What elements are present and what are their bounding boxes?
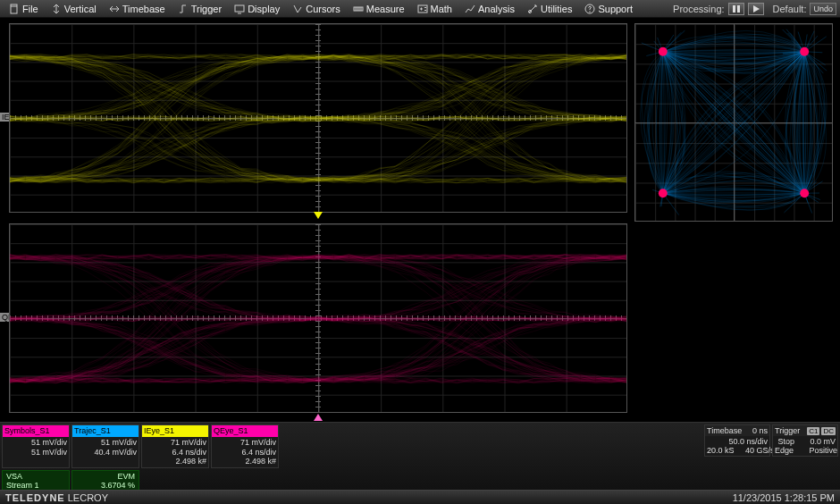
- svg-point-11: [659, 47, 668, 56]
- channel-panel-1[interactable]: Trajec_S151 mV/div40.4 mV/div: [71, 424, 139, 468]
- menu-timebase[interactable]: Timebase: [104, 2, 171, 16]
- evm-panel[interactable]: EVM 3.6704 %: [71, 470, 139, 491]
- menu-cursors[interactable]: Cursors: [287, 2, 346, 16]
- channel-name: Trajec_S1: [72, 425, 139, 437]
- channel-value: 51 mV/div: [4, 438, 67, 448]
- channel-value: 2.498 k#: [214, 457, 276, 466]
- channel-value: 6.4 ns/div: [144, 448, 206, 458]
- menu-display[interactable]: Display: [229, 2, 285, 16]
- menu-trigger-label: Trigger: [191, 4, 222, 14]
- cursors-icon: [292, 4, 303, 14]
- channel-panel-2[interactable]: IEye_S171 mV/div6.4 ns/div2.498 k#: [141, 424, 209, 468]
- channel-value: 71 mV/div: [214, 438, 276, 448]
- brand-bold: TELEDYNE: [5, 492, 65, 503]
- menu-measure-label: Measure: [366, 4, 405, 14]
- bottom-panel-area: Symbols_S151 mV/div51 mV/divTrajec_S151 …: [0, 422, 840, 490]
- scope-qeye[interactable]: [9, 223, 627, 413]
- channel-name: Symbols_S1: [3, 425, 69, 437]
- statusbar: TELEDYNE LECROY 11/23/2015 1:28:15 PM: [0, 490, 840, 504]
- svg-point-10: [800, 189, 809, 197]
- menu-math[interactable]: Math: [412, 2, 458, 16]
- constellation-trajectory: [635, 24, 832, 221]
- ieye-waveform: [10, 24, 626, 213]
- vertical-icon: [51, 4, 62, 14]
- processing-label: Processing:: [673, 4, 724, 14]
- svg-point-9: [659, 189, 668, 197]
- ieye-trigger-marker: [314, 212, 323, 219]
- vsa-stream: Stream 1: [6, 481, 39, 490]
- menu-file[interactable]: File: [4, 2, 44, 16]
- vsa-row: VSA Stream 1 EVM 3.6704 %: [0, 468, 840, 491]
- timebase-line-0: 50.0 ns/div: [707, 437, 768, 446]
- pause-icon: [732, 4, 741, 13]
- menu-support-label: Support: [598, 4, 633, 14]
- status-datetime: 11/23/2015 1:28:15 PM: [733, 492, 835, 503]
- measure-icon: [353, 4, 364, 14]
- qeye-waveform: [10, 224, 626, 413]
- menubar: File Vertical Timebase Trigger Display C…: [0, 0, 840, 18]
- scope-ieye[interactable]: [9, 23, 627, 213]
- timebase-line-1: 20.0 kS 40 GS/s: [707, 446, 768, 455]
- timebase-icon: [109, 4, 120, 14]
- menu-display-label: Display: [248, 4, 280, 14]
- menu-file-label: File: [22, 4, 38, 14]
- trigger-line-1: Edge Positive: [775, 446, 836, 455]
- timebase-panel[interactable]: Timebase 0 ns 50.0 ns/div 20.0 kS 40 GS/…: [704, 424, 770, 457]
- svg-point-12: [800, 47, 809, 56]
- channel-value: 71 mV/div: [144, 438, 206, 448]
- menu-support[interactable]: Support: [579, 2, 638, 16]
- support-icon: [584, 4, 595, 14]
- menu-analysis-label: Analysis: [478, 4, 515, 14]
- channel-name: IEye_S1: [142, 425, 208, 437]
- evm-label: EVM: [76, 472, 135, 481]
- menubar-right: Processing: Default: Undo: [673, 3, 836, 15]
- file-icon: [9, 4, 20, 14]
- menu-utilities-label: Utilities: [541, 4, 572, 14]
- play-button[interactable]: [748, 3, 764, 15]
- trigger-panel[interactable]: Trigger C1DC Stop 0.0 mV Edge Positive: [772, 424, 838, 457]
- qeye-trigger-marker: [314, 414, 323, 421]
- channel-name: QEye_S1: [212, 425, 278, 437]
- menu-utilities[interactable]: Utilities: [522, 2, 577, 16]
- utilities-icon: [527, 4, 538, 14]
- scope-constellation[interactable]: [634, 23, 833, 222]
- evm-value: 3.6704 %: [76, 481, 135, 490]
- default-label: Default:: [773, 4, 807, 14]
- timebase-offset: 0 ns: [752, 426, 768, 435]
- trigger-line-0: Stop 0.0 mV: [775, 437, 836, 446]
- channel-value: 51 mV/div: [4, 448, 67, 458]
- svg-rect-8: [737, 5, 740, 13]
- analysis-icon: [465, 4, 475, 14]
- trigger-icon: [178, 4, 189, 14]
- menu-math-label: Math: [431, 4, 452, 14]
- vsa-label: VSA: [6, 472, 39, 481]
- brand: TELEDYNE LECROY: [5, 492, 108, 503]
- channel-value: 51 mV/div: [74, 438, 137, 448]
- menu-timebase-label: Timebase: [122, 4, 165, 14]
- svg-rect-1: [235, 5, 244, 12]
- svg-rect-7: [733, 5, 735, 13]
- trigger-badge-c1: C1: [807, 427, 819, 435]
- channel-panel-0[interactable]: Symbols_S151 mV/div51 mV/div: [2, 424, 70, 468]
- menu-measure[interactable]: Measure: [348, 2, 410, 16]
- channel-value: 6.4 ns/div: [214, 448, 276, 458]
- menu-cursors-label: Cursors: [306, 4, 340, 14]
- menu-trigger[interactable]: Trigger: [172, 2, 227, 16]
- channel-value: 2.498 k#: [144, 457, 206, 466]
- menu-analysis[interactable]: Analysis: [459, 2, 520, 16]
- trigger-title: Trigger: [775, 426, 800, 435]
- math-icon: [417, 4, 428, 14]
- channel-panel-3[interactable]: QEye_S171 mV/div6.4 ns/div2.498 k#: [211, 424, 279, 468]
- trigger-badge-dc: DC: [821, 427, 836, 435]
- timebase-title: Timebase: [707, 426, 742, 435]
- display-area: IE QE: [0, 18, 840, 422]
- channel-value: 40.4 mV/div: [74, 448, 137, 458]
- svg-point-6: [590, 11, 591, 12]
- play-icon: [752, 4, 760, 13]
- pause-button[interactable]: [728, 3, 744, 15]
- right-panels: Timebase 0 ns 50.0 ns/div 20.0 kS 40 GS/…: [704, 424, 838, 457]
- brand-rest: LECROY: [68, 492, 108, 503]
- menu-vertical[interactable]: Vertical: [46, 2, 102, 16]
- undo-button[interactable]: Undo: [810, 3, 836, 15]
- vsa-panel[interactable]: VSA Stream 1: [2, 470, 70, 491]
